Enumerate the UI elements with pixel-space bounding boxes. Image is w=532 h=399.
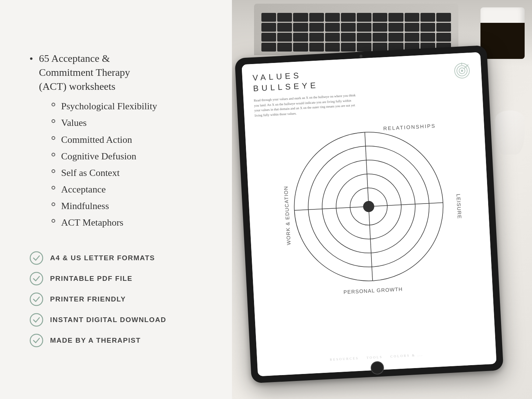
worksheet-title-block: VALUES BULLSEYE: [252, 70, 318, 94]
feature-label: INSTANT DIGITAL DOWNLOAD: [50, 316, 166, 324]
key: [277, 33, 292, 42]
check-icon: [29, 292, 43, 306]
bullet-dot: •: [29, 52, 33, 66]
feature-label: PRINTER FRIENDLY: [50, 295, 126, 303]
key: [261, 13, 276, 22]
sub-dot-icon: [52, 169, 55, 173]
sub-dot-icon: [52, 103, 55, 106]
key: [341, 13, 356, 22]
key: [309, 43, 324, 52]
svg-text:LEISURE: LEISURE: [455, 194, 463, 219]
key: [420, 23, 435, 32]
sub-item-label: Self as Context: [61, 166, 120, 179]
key: [277, 23, 292, 32]
main-bullet: • 65 Acceptance &Commitment Therapy(ACT)…: [29, 52, 210, 93]
key: [293, 33, 308, 42]
key: [436, 23, 451, 32]
feature-item: INSTANT DIGITAL DOWNLOAD: [29, 313, 210, 327]
key: [357, 43, 371, 52]
feature-item: PRINTABLE PDF FILE: [29, 272, 210, 286]
key: [277, 13, 292, 22]
desk-background: VALUES BULLSEYE: [232, 0, 532, 399]
feature-item: PRINTER FRIENDLY: [29, 292, 210, 306]
sub-dot-icon: [52, 202, 55, 206]
key: [405, 23, 419, 32]
list-item: Self as Context: [52, 166, 210, 179]
feature-label: MADE BY A THERAPIST: [50, 336, 141, 345]
left-panel: • 65 Acceptance &Commitment Therapy(ACT)…: [0, 0, 232, 399]
key: [388, 23, 403, 32]
worksheet-description: Read through your values and mark an X o…: [254, 93, 357, 119]
key: [405, 13, 419, 22]
key: [309, 13, 324, 22]
svg-point-1: [30, 272, 43, 285]
sub-dot-icon: [52, 119, 55, 123]
keyboard-keys: [261, 13, 451, 52]
bullseye-chart: RELATIONSHIPS WORK & EDUCATION PERSONAL …: [255, 113, 482, 300]
key: [293, 23, 308, 32]
svg-point-0: [30, 252, 43, 264]
key: [357, 33, 371, 42]
list-item: Committed Action: [52, 133, 210, 146]
sub-item-label: Values: [61, 116, 87, 129]
svg-point-2: [30, 293, 43, 306]
tablet-container: VALUES BULLSEYE: [235, 45, 503, 384]
check-icon: [29, 313, 43, 327]
key: [293, 43, 308, 52]
feature-item: A4 & US LETTER FORMATS: [29, 251, 210, 265]
feature-label: A4 & US LETTER FORMATS: [50, 254, 155, 262]
sub-item-label: Mindfulness: [61, 200, 109, 212]
worksheet: VALUES BULLSEYE: [242, 52, 496, 377]
key: [261, 33, 276, 42]
list-item: Psychological Flexibility: [52, 100, 210, 113]
key: [436, 13, 451, 22]
key: [325, 43, 340, 52]
list-item: Acceptance: [52, 183, 210, 196]
key: [357, 13, 371, 22]
features-section: A4 & US LETTER FORMATS PRINTABLE PDF FIL…: [29, 251, 210, 347]
worksheet-header: VALUES BULLSEYE: [252, 61, 471, 94]
key: [261, 23, 276, 32]
key: [341, 33, 356, 42]
sub-item-label: Cognitive Defusion: [61, 150, 136, 163]
tablet-screen: VALUES BULLSEYE: [242, 52, 496, 377]
key: [373, 23, 387, 32]
sub-item-label: ACT Metaphors: [61, 216, 123, 229]
list-item: Cognitive Defusion: [52, 150, 210, 163]
svg-text:PERSONAL GROWTH: PERSONAL GROWTH: [343, 286, 403, 295]
feature-item: MADE BY A THERAPIST: [29, 333, 210, 347]
sub-dot-icon: [52, 136, 55, 140]
key: [261, 43, 276, 52]
key: [405, 33, 419, 42]
key: [436, 33, 451, 42]
key: [420, 33, 435, 42]
key: [420, 13, 435, 22]
sub-list: Psychological Flexibility Values Committ…: [52, 100, 210, 229]
vase-decoration: [495, 110, 525, 155]
sub-item-label: Committed Action: [61, 133, 132, 146]
feature-label: PRINTABLE PDF FILE: [50, 275, 133, 283]
key: [341, 43, 356, 52]
key: [388, 13, 403, 22]
key: [388, 33, 403, 42]
sub-dot-icon: [52, 153, 55, 156]
key: [309, 23, 324, 32]
bullet-section: • 65 Acceptance &Commitment Therapy(ACT)…: [29, 52, 210, 233]
key: [373, 13, 387, 22]
svg-point-4: [30, 334, 43, 347]
cup-body: [480, 7, 525, 59]
keyboard-area: [254, 4, 458, 55]
list-item: Values: [52, 116, 210, 129]
tablet-home-button[interactable]: [370, 361, 384, 375]
key: [325, 23, 340, 32]
svg-point-3: [30, 314, 43, 326]
check-icon: [29, 333, 43, 347]
svg-text:RELATIONSHIPS: RELATIONSHIPS: [383, 123, 436, 131]
check-icon: [29, 272, 43, 286]
list-item: Mindfulness: [52, 200, 210, 212]
sub-item-label: Psychological Flexibility: [61, 100, 157, 113]
tablet-camera-icon: [359, 54, 362, 57]
svg-point-8: [461, 70, 463, 72]
key: [325, 33, 340, 42]
sub-item-label: Acceptance: [61, 183, 106, 196]
